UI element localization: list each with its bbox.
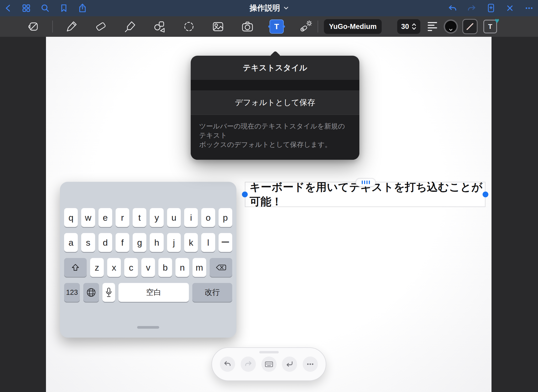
redo-icon[interactable]	[467, 4, 477, 13]
collapse-toolbar-icon[interactable]	[27, 20, 40, 33]
globe-key[interactable]	[83, 283, 99, 302]
laser-pointer-tool-icon[interactable]	[299, 20, 313, 33]
mic-key[interactable]	[102, 283, 115, 302]
shapes-tool-icon[interactable]	[153, 20, 166, 33]
key-x[interactable]: x	[107, 258, 121, 277]
more-icon[interactable]	[524, 4, 534, 13]
key-m[interactable]: m	[193, 258, 206, 277]
key-k[interactable]: k	[184, 233, 198, 252]
camera-tool-icon[interactable]	[241, 20, 254, 33]
key-t[interactable]: t	[133, 208, 146, 227]
edit-bar-buttons	[220, 357, 318, 372]
image-tool-icon[interactable]	[211, 20, 225, 33]
redo-icon[interactable]	[241, 357, 256, 372]
keyboard-row-4: 123 空白 改行	[64, 283, 232, 302]
key-v[interactable]: v	[141, 258, 155, 277]
key-g[interactable]: g	[133, 233, 146, 252]
globe-icon	[86, 287, 96, 297]
back-button[interactable]	[4, 4, 12, 13]
floating-edit-bar[interactable]	[211, 347, 326, 381]
stepper-chevrons-icon	[412, 22, 416, 31]
text-style-button[interactable]: T ♥	[483, 20, 497, 33]
pen-tool-icon[interactable]	[65, 20, 78, 33]
font-name-label: YuGo-Medium	[329, 23, 377, 31]
key-y[interactable]: y	[150, 208, 163, 227]
bookmark-icon[interactable]	[59, 3, 68, 13]
font-name-button[interactable]: YuGo-Medium	[324, 19, 382, 34]
backspace-icon	[215, 263, 227, 272]
text-color-button[interactable]	[444, 19, 458, 34]
key-p[interactable]: p	[219, 208, 232, 227]
text-style-label: T	[488, 23, 492, 31]
lasso-tool-icon[interactable]	[182, 20, 195, 33]
save-as-default-label: デフォルトとして保存	[235, 97, 315, 108]
floating-keyboard[interactable]: q w e r t y u i o p a s d f g h j k l	[60, 182, 236, 338]
key-u[interactable]: u	[167, 208, 181, 227]
save-as-default-button[interactable]: デフォルトとして保存	[191, 90, 359, 115]
stroke-style-button[interactable]	[462, 19, 478, 34]
toolbar-divider	[318, 20, 318, 33]
top-nav-bar: 操作説明	[0, 0, 538, 16]
chevron-down-icon	[449, 29, 453, 31]
popover-description: ツールバーの現在のテキストスタイルを新規のテキスト ボックスのデフォルトとして保…	[191, 115, 359, 160]
key-o[interactable]: o	[201, 208, 215, 227]
highlighter-tool-icon[interactable]	[123, 20, 137, 33]
key-i[interactable]: i	[184, 208, 198, 227]
numbers-key[interactable]: 123	[64, 283, 80, 302]
popover-description-line1: ツールバーの現在のテキストスタイルを新規のテキスト	[199, 122, 351, 140]
keyboard-toggle-icon[interactable]	[261, 357, 277, 372]
text-style-popover: テキストスタイル デフォルトとして保存 ツールバーの現在のテキストスタイルを新規…	[191, 56, 359, 160]
keyboard-row-2: a s d f g h j k l ー	[64, 233, 232, 252]
undo-icon[interactable]	[448, 4, 457, 13]
key-a[interactable]: a	[64, 233, 78, 252]
key-h[interactable]: h	[150, 233, 163, 252]
key-dash[interactable]: ー	[219, 233, 232, 252]
chevron-down-icon	[284, 7, 288, 10]
key-b[interactable]: b	[158, 258, 172, 277]
text-box-resize-handle-left[interactable]	[242, 192, 248, 197]
toolbar-divider	[52, 20, 53, 33]
font-size-value: 30	[401, 23, 409, 31]
more-icon[interactable]	[303, 357, 318, 372]
favorite-heart-icon: ♥	[495, 17, 499, 25]
key-c[interactable]: c	[124, 258, 138, 277]
text-tool-selected[interactable]: T	[270, 19, 284, 34]
space-key[interactable]: 空白	[118, 283, 189, 302]
undo-icon[interactable]	[220, 357, 235, 372]
key-n[interactable]: n	[175, 258, 189, 277]
font-size-stepper[interactable]: 30	[397, 19, 420, 34]
key-l[interactable]: l	[201, 233, 215, 252]
search-icon[interactable]	[40, 3, 50, 13]
key-d[interactable]: d	[99, 233, 112, 252]
close-edit-icon[interactable]	[505, 4, 514, 13]
text-box-drag-handle[interactable]	[356, 178, 376, 187]
share-icon[interactable]	[78, 3, 87, 13]
key-f[interactable]: f	[116, 233, 129, 252]
text-align-button[interactable]	[428, 22, 437, 31]
return-key[interactable]: 改行	[192, 283, 232, 302]
document-title-label: 操作説明	[250, 3, 280, 13]
thumbnails-grid-button[interactable]	[22, 3, 31, 13]
keyboard-rows: q w e r t y u i o p a s d f g h j k l	[64, 208, 232, 308]
eraser-tool-icon[interactable]	[94, 20, 107, 33]
text-tool-label: T	[274, 22, 279, 31]
key-z[interactable]: z	[90, 258, 104, 277]
backspace-key[interactable]	[210, 258, 232, 277]
shift-key[interactable]	[64, 258, 87, 277]
key-s[interactable]: s	[81, 233, 95, 252]
edit-bar-drag-handle[interactable]	[259, 351, 279, 353]
keyboard-drag-handle[interactable]	[137, 326, 159, 329]
text-box-resize-handle-right[interactable]	[483, 192, 488, 197]
return-icon[interactable]	[282, 357, 297, 372]
key-j[interactable]: j	[167, 233, 181, 252]
add-page-icon[interactable]	[487, 3, 495, 13]
app-window: 操作説明	[0, 0, 538, 392]
key-w[interactable]: w	[81, 208, 95, 227]
key-e[interactable]: e	[99, 208, 112, 227]
text-tool-handle-left	[268, 25, 271, 28]
key-q[interactable]: q	[64, 208, 78, 227]
key-r[interactable]: r	[116, 208, 129, 227]
document-title[interactable]: 操作説明	[250, 0, 288, 16]
popover-divider-strip	[191, 80, 359, 90]
mic-icon	[105, 287, 112, 298]
